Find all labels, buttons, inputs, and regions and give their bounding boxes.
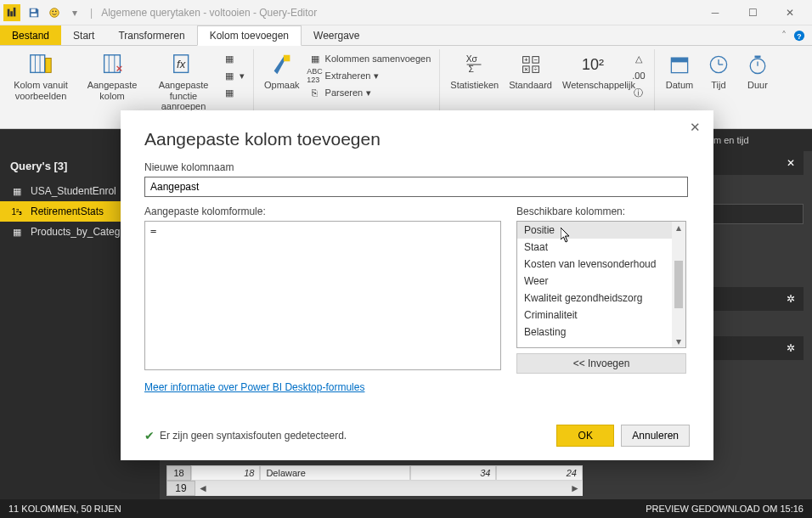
- ok-button[interactable]: OK: [556, 425, 614, 447]
- custom-column-dialog: ✕ Aangepaste kolom toevoegen Nieuwe kolo…: [121, 110, 713, 460]
- standard-button[interactable]: +−×÷Standaard: [504, 49, 557, 93]
- svg-rect-0: [8, 8, 10, 16]
- cond-col-button[interactable]: ▦: [219, 51, 248, 66]
- date-button[interactable]: Datum: [660, 49, 699, 93]
- svg-rect-13: [46, 59, 52, 73]
- app-icon: [3, 4, 20, 21]
- custom-function-button[interactable]: fxAangepaste functie aanroepen: [148, 49, 219, 114]
- help-link[interactable]: Meer informatie over Power BI Desktop-fo…: [144, 381, 364, 393]
- list-item[interactable]: Kosten van levensonderhoud: [517, 256, 685, 273]
- parse-button[interactable]: ⎘Parseren▾: [305, 85, 435, 100]
- scientific-button[interactable]: 10²Wetenschappelijk: [557, 49, 629, 93]
- extract-button[interactable]: ABC123Extraheren▾: [305, 68, 435, 83]
- svg-point-7: [55, 10, 57, 12]
- insert-button[interactable]: << Invoegen: [516, 353, 686, 374]
- format-button[interactable]: Opmaak: [259, 49, 305, 93]
- dialog-close-icon[interactable]: ✕: [686, 119, 703, 136]
- tab-start[interactable]: Start: [61, 25, 106, 45]
- round-button[interactable]: .00: [629, 68, 649, 83]
- svg-rect-4: [31, 13, 37, 16]
- tab-transform[interactable]: Transformeren: [106, 25, 196, 45]
- table-row[interactable]: 18 18 Delaware 34 24: [166, 465, 583, 481]
- menu-bar: Bestand Start Transformeren Kolom toevoe…: [0, 25, 812, 46]
- info-button[interactable]: ⓘ: [629, 85, 649, 100]
- svg-text:×: ×: [524, 65, 527, 73]
- svg-text:fx: fx: [177, 58, 186, 70]
- merge-columns-button[interactable]: ▦Kolommen samenvoegen: [305, 51, 435, 66]
- title-bar: ▾ | Algemene querytaken - voltooien - Qu…: [0, 0, 812, 25]
- scroll-thumb[interactable]: [674, 261, 683, 308]
- formula-label: Aangepaste kolomformule:: [144, 206, 501, 217]
- tab-file[interactable]: Bestand: [0, 25, 61, 45]
- svg-text:−: −: [533, 56, 538, 64]
- minimize-button[interactable]: ─: [696, 1, 734, 25]
- window-controls: ─ ☐ ✕: [696, 1, 809, 25]
- number-icon: 1²₃: [10, 206, 24, 217]
- trig-button[interactable]: △: [629, 51, 649, 66]
- list-item[interactable]: Positie: [517, 222, 685, 239]
- svg-rect-3: [31, 8, 36, 12]
- tab-add-column[interactable]: Kolom toevoegen: [197, 25, 302, 46]
- new-column-label: Nieuwe kolomnaam: [144, 161, 690, 173]
- index-col-button[interactable]: ▦▾: [219, 68, 248, 83]
- title-separator: |: [90, 7, 93, 19]
- status-right: PREVIEW GEDOWNLOAD OM 15:16: [646, 504, 804, 514]
- group-label-fragment: m en tijd: [713, 135, 749, 145]
- custom-column-button[interactable]: Aangepaste kolom: [76, 49, 148, 103]
- list-scrollbar[interactable]: ▴▾: [672, 222, 685, 347]
- save-icon[interactable]: [25, 3, 43, 22]
- horiz-scrollbar[interactable]: 19 ◄►: [166, 481, 583, 496]
- time-button[interactable]: Tijd: [699, 49, 738, 93]
- svg-rect-19: [284, 55, 290, 62]
- close-button[interactable]: ✕: [771, 1, 809, 25]
- cancel-button[interactable]: Annuleren: [621, 425, 690, 447]
- duration-button[interactable]: Duur: [738, 49, 777, 93]
- dialog-title: Aangepaste kolom toevoegen: [144, 129, 690, 149]
- svg-text:+: +: [524, 56, 528, 64]
- svg-point-5: [50, 8, 59, 17]
- svg-rect-10: [31, 55, 45, 73]
- available-columns-list[interactable]: Positie Staat Kosten van levensonderhoud…: [516, 221, 686, 348]
- svg-text:Σ: Σ: [468, 65, 473, 74]
- svg-text:÷: ÷: [533, 65, 537, 73]
- emoji-icon[interactable]: [45, 3, 64, 22]
- syntax-status: ✔ Er zijn geen syntaxisfouten gedetectee…: [144, 429, 347, 442]
- status-left: 11 KOLOMMEN, 50 RIJEN: [8, 504, 121, 514]
- list-item[interactable]: Staat: [517, 239, 685, 256]
- svg-rect-32: [671, 58, 687, 62]
- list-item[interactable]: Kwaliteit gezondheidszorg: [517, 290, 685, 307]
- tab-view[interactable]: Weergave: [302, 25, 371, 45]
- maximize-button[interactable]: ☐: [734, 1, 771, 25]
- new-column-input[interactable]: [144, 177, 688, 197]
- scroll-right-icon[interactable]: ►: [567, 481, 583, 496]
- scroll-down-icon[interactable]: ▾: [676, 335, 681, 347]
- svg-rect-2: [14, 7, 16, 16]
- svg-rect-37: [754, 56, 760, 59]
- list-item[interactable]: Criminaliteit: [517, 307, 685, 324]
- qat-dropdown-icon[interactable]: ▾: [65, 3, 84, 22]
- col-from-examples-button[interactable]: Kolom vanuit voorbeelden: [5, 49, 76, 103]
- check-icon: ✔: [144, 429, 155, 442]
- status-bar: 11 KOLOMMEN, 50 RIJEN PREVIEW GEDOWNLOAD…: [0, 499, 812, 518]
- scroll-up-icon[interactable]: ▴: [676, 222, 681, 234]
- data-grid: 18 18 Delaware 34 24 19 ◄►: [166, 465, 583, 496]
- svg-point-6: [52, 10, 54, 12]
- available-columns-label: Beschikbare kolommen:: [516, 206, 690, 217]
- svg-text:?: ?: [797, 31, 801, 40]
- table-icon: ▦: [10, 186, 24, 196]
- table-icon: ▦: [10, 227, 24, 237]
- dup-col-button[interactable]: ▦: [219, 85, 248, 100]
- svg-text:Xσ: Xσ: [465, 54, 477, 64]
- window-title: Algemene querytaken - voltooien - Query-…: [101, 7, 317, 19]
- list-item[interactable]: Weer: [517, 273, 685, 290]
- mouse-cursor-icon: [561, 228, 572, 243]
- statistics-button[interactable]: XσΣStatistieken: [445, 49, 504, 93]
- formula-input[interactable]: [144, 221, 501, 370]
- ribbon-collapse-icon[interactable]: ˄: [781, 30, 787, 42]
- help-icon[interactable]: ?: [793, 30, 805, 42]
- scroll-left-icon[interactable]: ◄: [195, 481, 211, 496]
- list-item[interactable]: Belasting: [517, 324, 685, 341]
- svg-rect-1: [10, 11, 13, 16]
